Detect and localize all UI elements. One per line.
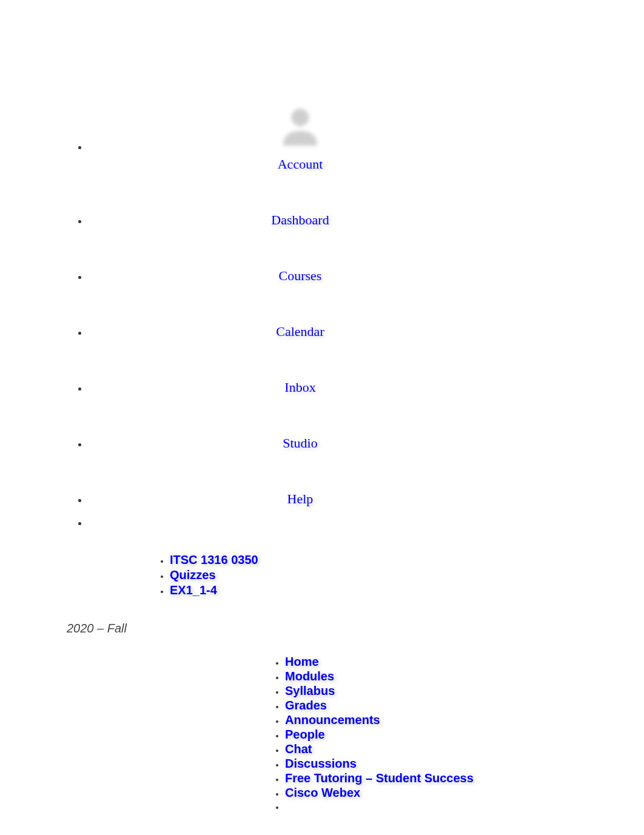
nav-item-studio: Studio bbox=[88, 406, 644, 457]
course-nav-item-grades: Grades bbox=[285, 699, 644, 713]
course-nav-item-syllabus: Syllabus bbox=[285, 684, 644, 699]
calendar-link[interactable]: Calendar bbox=[276, 324, 324, 340]
modules-link[interactable]: Modules bbox=[285, 669, 334, 683]
course-nav-item-discussions: Discussions bbox=[285, 757, 644, 771]
dashboard-link[interactable]: Dashboard bbox=[271, 212, 329, 228]
nav-item-account: Account bbox=[88, 96, 644, 178]
announcements-link[interactable]: Announcements bbox=[285, 713, 380, 726]
breadcrumb-current-link[interactable]: EX1_1-4 bbox=[170, 583, 217, 597]
syllabus-link[interactable]: Syllabus bbox=[285, 684, 335, 697]
course-nav-item-announcements: Announcements bbox=[285, 713, 644, 728]
course-nav-item-home: Home bbox=[285, 655, 644, 669]
svg-point-0 bbox=[292, 109, 309, 126]
nav-item-inbox: Inbox bbox=[88, 350, 644, 401]
nav-item-spacer bbox=[88, 518, 644, 535]
global-nav: Account Dashboard Courses Calendar Inbox… bbox=[0, 0, 644, 535]
inbox-link[interactable]: Inbox bbox=[284, 380, 315, 395]
nav-item-dashboard: Dashboard bbox=[88, 183, 644, 234]
breadcrumb-section-link[interactable]: Quizzes bbox=[170, 568, 216, 582]
breadcrumb-item-current: EX1_1-4 bbox=[170, 583, 644, 599]
chat-link[interactable]: Chat bbox=[285, 742, 312, 756]
breadcrumb-item-course: ITSC 1316 0350 bbox=[170, 553, 644, 568]
breadcrumb: ITSC 1316 0350 Quizzes EX1_1-4 bbox=[0, 553, 644, 599]
nav-item-courses: Courses bbox=[88, 239, 644, 290]
studio-link[interactable]: Studio bbox=[283, 435, 317, 451]
grades-link[interactable]: Grades bbox=[285, 699, 327, 712]
nav-item-calendar: Calendar bbox=[88, 295, 644, 346]
tutoring-link[interactable]: Free Tutoring – Student Success bbox=[285, 771, 474, 785]
breadcrumb-item-section: Quizzes bbox=[170, 568, 644, 583]
courses-link[interactable]: Courses bbox=[279, 268, 322, 284]
home-link[interactable]: Home bbox=[285, 655, 319, 668]
course-nav-item-people: People bbox=[285, 728, 644, 742]
course-nav: Home Modules Syllabus Grades Announcemen… bbox=[0, 655, 644, 814]
account-link[interactable]: Account bbox=[278, 156, 323, 172]
course-nav-item-empty bbox=[285, 800, 644, 814]
course-nav-item-modules: Modules bbox=[285, 669, 644, 684]
breadcrumb-course-link[interactable]: ITSC 1316 0350 bbox=[170, 553, 258, 566]
discussions-link[interactable]: Discussions bbox=[285, 757, 357, 770]
people-link[interactable]: People bbox=[285, 728, 325, 741]
help-link[interactable]: Help bbox=[287, 491, 314, 507]
webex-link[interactable]: Cisco Webex bbox=[285, 786, 360, 799]
term-label: 2020 – Fall bbox=[0, 622, 644, 635]
course-nav-item-chat: Chat bbox=[285, 742, 644, 757]
course-nav-item-tutoring: Free Tutoring – Student Success bbox=[285, 771, 644, 786]
nav-item-help: Help bbox=[88, 462, 644, 513]
avatar-icon bbox=[276, 102, 324, 150]
course-nav-item-webex: Cisco Webex bbox=[285, 786, 644, 800]
